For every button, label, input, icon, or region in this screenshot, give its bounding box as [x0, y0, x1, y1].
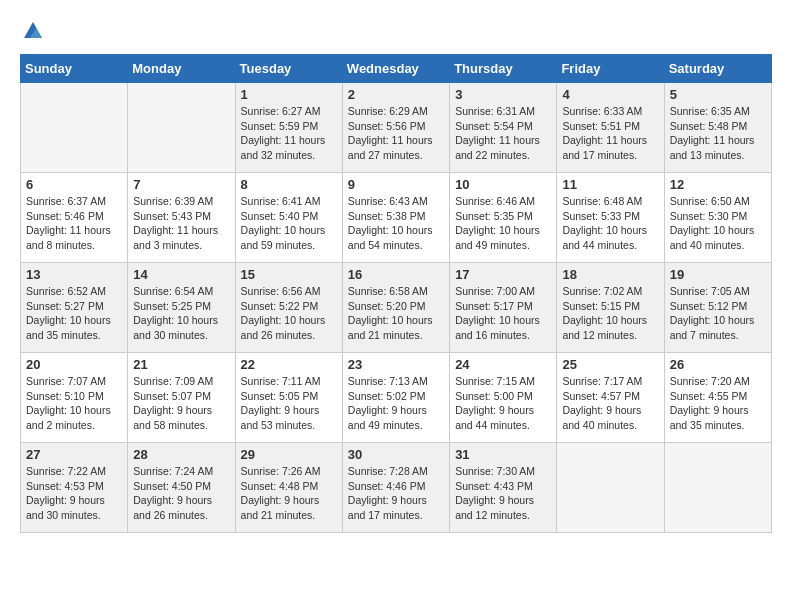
calendar-cell — [128, 83, 235, 173]
calendar-week-row: 1Sunrise: 6:27 AM Sunset: 5:59 PM Daylig… — [21, 83, 772, 173]
day-info: Sunrise: 6:37 AM Sunset: 5:46 PM Dayligh… — [26, 194, 122, 253]
day-info: Sunrise: 7:05 AM Sunset: 5:12 PM Dayligh… — [670, 284, 766, 343]
day-number: 26 — [670, 357, 766, 372]
day-info: Sunrise: 7:00 AM Sunset: 5:17 PM Dayligh… — [455, 284, 551, 343]
day-number: 2 — [348, 87, 444, 102]
calendar-cell: 13Sunrise: 6:52 AM Sunset: 5:27 PM Dayli… — [21, 263, 128, 353]
day-number: 24 — [455, 357, 551, 372]
day-number: 22 — [241, 357, 337, 372]
weekday-header-friday: Friday — [557, 55, 664, 83]
day-info: Sunrise: 6:58 AM Sunset: 5:20 PM Dayligh… — [348, 284, 444, 343]
day-info: Sunrise: 7:28 AM Sunset: 4:46 PM Dayligh… — [348, 464, 444, 523]
calendar-header-row: SundayMondayTuesdayWednesdayThursdayFrid… — [21, 55, 772, 83]
weekday-header-thursday: Thursday — [450, 55, 557, 83]
day-info: Sunrise: 6:46 AM Sunset: 5:35 PM Dayligh… — [455, 194, 551, 253]
day-number: 20 — [26, 357, 122, 372]
day-info: Sunrise: 7:24 AM Sunset: 4:50 PM Dayligh… — [133, 464, 229, 523]
day-info: Sunrise: 7:02 AM Sunset: 5:15 PM Dayligh… — [562, 284, 658, 343]
day-number: 9 — [348, 177, 444, 192]
calendar-cell: 5Sunrise: 6:35 AM Sunset: 5:48 PM Daylig… — [664, 83, 771, 173]
day-number: 23 — [348, 357, 444, 372]
day-info: Sunrise: 7:13 AM Sunset: 5:02 PM Dayligh… — [348, 374, 444, 433]
day-info: Sunrise: 7:11 AM Sunset: 5:05 PM Dayligh… — [241, 374, 337, 433]
calendar-week-row: 13Sunrise: 6:52 AM Sunset: 5:27 PM Dayli… — [21, 263, 772, 353]
day-info: Sunrise: 7:07 AM Sunset: 5:10 PM Dayligh… — [26, 374, 122, 433]
logo — [20, 20, 46, 38]
day-number: 1 — [241, 87, 337, 102]
day-number: 13 — [26, 267, 122, 282]
day-info: Sunrise: 6:39 AM Sunset: 5:43 PM Dayligh… — [133, 194, 229, 253]
calendar-table: SundayMondayTuesdayWednesdayThursdayFrid… — [20, 54, 772, 533]
day-number: 4 — [562, 87, 658, 102]
weekday-header-wednesday: Wednesday — [342, 55, 449, 83]
day-number: 6 — [26, 177, 122, 192]
calendar-cell: 15Sunrise: 6:56 AM Sunset: 5:22 PM Dayli… — [235, 263, 342, 353]
day-number: 14 — [133, 267, 229, 282]
day-info: Sunrise: 7:20 AM Sunset: 4:55 PM Dayligh… — [670, 374, 766, 433]
calendar-cell: 16Sunrise: 6:58 AM Sunset: 5:20 PM Dayli… — [342, 263, 449, 353]
day-number: 29 — [241, 447, 337, 462]
calendar-cell: 21Sunrise: 7:09 AM Sunset: 5:07 PM Dayli… — [128, 353, 235, 443]
calendar-cell — [664, 443, 771, 533]
day-number: 8 — [241, 177, 337, 192]
calendar-cell: 29Sunrise: 7:26 AM Sunset: 4:48 PM Dayli… — [235, 443, 342, 533]
day-number: 11 — [562, 177, 658, 192]
calendar-cell: 31Sunrise: 7:30 AM Sunset: 4:43 PM Dayli… — [450, 443, 557, 533]
day-number: 28 — [133, 447, 229, 462]
day-info: Sunrise: 7:09 AM Sunset: 5:07 PM Dayligh… — [133, 374, 229, 433]
day-info: Sunrise: 6:54 AM Sunset: 5:25 PM Dayligh… — [133, 284, 229, 343]
day-info: Sunrise: 7:22 AM Sunset: 4:53 PM Dayligh… — [26, 464, 122, 523]
day-number: 7 — [133, 177, 229, 192]
calendar-cell: 10Sunrise: 6:46 AM Sunset: 5:35 PM Dayli… — [450, 173, 557, 263]
calendar-cell: 25Sunrise: 7:17 AM Sunset: 4:57 PM Dayli… — [557, 353, 664, 443]
page-header — [20, 20, 772, 38]
calendar-cell: 11Sunrise: 6:48 AM Sunset: 5:33 PM Dayli… — [557, 173, 664, 263]
calendar-week-row: 20Sunrise: 7:07 AM Sunset: 5:10 PM Dayli… — [21, 353, 772, 443]
day-info: Sunrise: 7:26 AM Sunset: 4:48 PM Dayligh… — [241, 464, 337, 523]
calendar-cell: 20Sunrise: 7:07 AM Sunset: 5:10 PM Dayli… — [21, 353, 128, 443]
calendar-week-row: 6Sunrise: 6:37 AM Sunset: 5:46 PM Daylig… — [21, 173, 772, 263]
calendar-cell: 23Sunrise: 7:13 AM Sunset: 5:02 PM Dayli… — [342, 353, 449, 443]
weekday-header-saturday: Saturday — [664, 55, 771, 83]
day-number: 19 — [670, 267, 766, 282]
calendar-cell: 18Sunrise: 7:02 AM Sunset: 5:15 PM Dayli… — [557, 263, 664, 353]
calendar-cell: 28Sunrise: 7:24 AM Sunset: 4:50 PM Dayli… — [128, 443, 235, 533]
day-number: 10 — [455, 177, 551, 192]
day-number: 16 — [348, 267, 444, 282]
day-number: 3 — [455, 87, 551, 102]
day-number: 21 — [133, 357, 229, 372]
calendar-cell: 8Sunrise: 6:41 AM Sunset: 5:40 PM Daylig… — [235, 173, 342, 263]
day-info: Sunrise: 6:33 AM Sunset: 5:51 PM Dayligh… — [562, 104, 658, 163]
calendar-cell: 19Sunrise: 7:05 AM Sunset: 5:12 PM Dayli… — [664, 263, 771, 353]
day-info: Sunrise: 7:15 AM Sunset: 5:00 PM Dayligh… — [455, 374, 551, 433]
day-info: Sunrise: 6:29 AM Sunset: 5:56 PM Dayligh… — [348, 104, 444, 163]
day-info: Sunrise: 6:56 AM Sunset: 5:22 PM Dayligh… — [241, 284, 337, 343]
day-info: Sunrise: 6:43 AM Sunset: 5:38 PM Dayligh… — [348, 194, 444, 253]
day-info: Sunrise: 6:41 AM Sunset: 5:40 PM Dayligh… — [241, 194, 337, 253]
day-info: Sunrise: 6:31 AM Sunset: 5:54 PM Dayligh… — [455, 104, 551, 163]
day-number: 18 — [562, 267, 658, 282]
day-info: Sunrise: 7:17 AM Sunset: 4:57 PM Dayligh… — [562, 374, 658, 433]
day-info: Sunrise: 6:52 AM Sunset: 5:27 PM Dayligh… — [26, 284, 122, 343]
calendar-cell: 6Sunrise: 6:37 AM Sunset: 5:46 PM Daylig… — [21, 173, 128, 263]
day-info: Sunrise: 7:30 AM Sunset: 4:43 PM Dayligh… — [455, 464, 551, 523]
day-info: Sunrise: 6:35 AM Sunset: 5:48 PM Dayligh… — [670, 104, 766, 163]
calendar-week-row: 27Sunrise: 7:22 AM Sunset: 4:53 PM Dayli… — [21, 443, 772, 533]
calendar-cell: 2Sunrise: 6:29 AM Sunset: 5:56 PM Daylig… — [342, 83, 449, 173]
calendar-cell: 26Sunrise: 7:20 AM Sunset: 4:55 PM Dayli… — [664, 353, 771, 443]
calendar-cell: 22Sunrise: 7:11 AM Sunset: 5:05 PM Dayli… — [235, 353, 342, 443]
logo-icon — [22, 20, 44, 42]
day-number: 27 — [26, 447, 122, 462]
day-info: Sunrise: 6:48 AM Sunset: 5:33 PM Dayligh… — [562, 194, 658, 253]
day-number: 5 — [670, 87, 766, 102]
calendar-cell — [21, 83, 128, 173]
weekday-header-sunday: Sunday — [21, 55, 128, 83]
calendar-cell: 9Sunrise: 6:43 AM Sunset: 5:38 PM Daylig… — [342, 173, 449, 263]
calendar-cell: 12Sunrise: 6:50 AM Sunset: 5:30 PM Dayli… — [664, 173, 771, 263]
day-number: 30 — [348, 447, 444, 462]
day-number: 25 — [562, 357, 658, 372]
weekday-header-monday: Monday — [128, 55, 235, 83]
calendar-cell: 24Sunrise: 7:15 AM Sunset: 5:00 PM Dayli… — [450, 353, 557, 443]
day-info: Sunrise: 6:50 AM Sunset: 5:30 PM Dayligh… — [670, 194, 766, 253]
calendar-cell: 27Sunrise: 7:22 AM Sunset: 4:53 PM Dayli… — [21, 443, 128, 533]
